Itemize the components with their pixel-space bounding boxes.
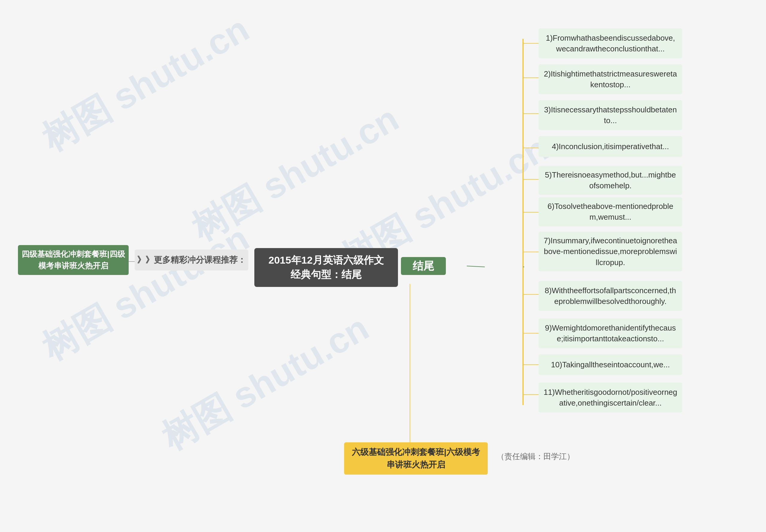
watermark-4: 树图 shutu.cn <box>153 304 378 462</box>
right-node-3: 3)Itisnecessarythatstepsshouldbetatento.… <box>538 100 682 130</box>
watermark-3: 树图 shutu.cn <box>33 215 258 372</box>
editor-label: （责任编辑：田学江） <box>497 451 574 462</box>
right-node-4: 4)Inconclusion,itisimperativethat... <box>538 136 682 157</box>
right-node-10: 10)Takingalltheseintoaccount,we... <box>538 354 682 375</box>
svg-line-2 <box>467 266 485 267</box>
right-node-2: 2)Itishightimethatstrictmeasuresweretake… <box>538 64 682 94</box>
jiewei-node: 结尾 <box>401 257 446 275</box>
central-node: 2015年12月英语六级作文 经典句型：结尾 <box>254 248 398 287</box>
right-node-5: 5)Thereisnoeasymethod,but...mightbeofsom… <box>538 166 682 195</box>
bottom-orange-node: 六级基础强化冲刺套餐班|六级模考串讲班火热开启 <box>344 442 488 475</box>
right-node-11: 11)Whetheritisgoodornot/positiveornegati… <box>538 383 682 412</box>
right-node-1: 1)Fromwhathasbeendiscussedabove,wecandra… <box>538 28 682 58</box>
right-node-9: 9)Wemightdomorethanidentifythecause;itis… <box>538 318 682 348</box>
watermark-1: 树图 shutu.cn <box>33 5 258 163</box>
right-node-7: 7)Insummary,ifwecontinuetoignoretheabove… <box>538 232 682 271</box>
right-node-6: 6)Tosolvetheabove-mentionedproblem,wemus… <box>538 197 682 226</box>
right-node-8: 8)Withtheeffortsofallpartsconcerned,thep… <box>538 281 682 311</box>
canvas: 树图 shutu.cn 树图 shutu.cn 树图 shutu.cn 树图 s… <box>0 0 766 532</box>
left-main-node: 四级基础强化冲刺套餐班|四级模考串讲班火热开启 <box>18 245 129 275</box>
watermark-2: 树图 shutu.cn <box>183 95 408 253</box>
arrow-node: 》》更多精彩冲分课程推荐： <box>135 250 248 270</box>
